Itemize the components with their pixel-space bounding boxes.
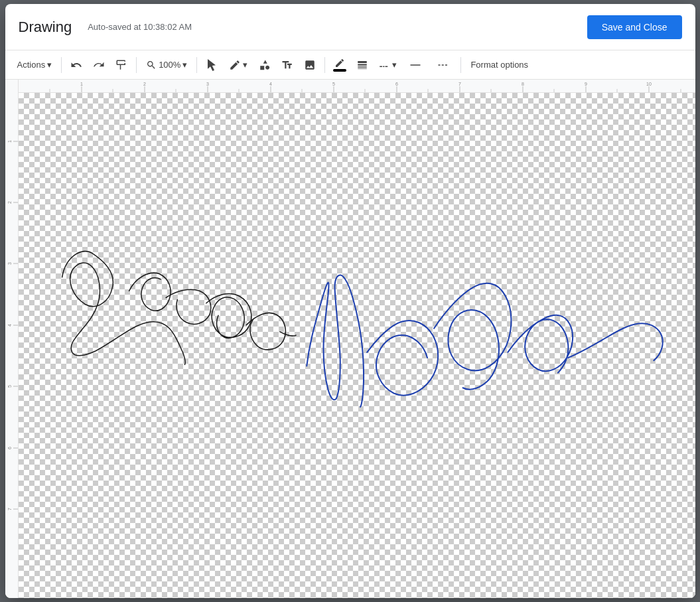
svg-text:2: 2 xyxy=(143,82,146,86)
zoom-icon xyxy=(146,60,157,70)
image-button[interactable] xyxy=(299,54,320,76)
svg-text:1: 1 xyxy=(80,82,83,86)
line-weight-icon xyxy=(356,59,368,71)
left-ruler-svg: 1 2 3 4 5 6 7 xyxy=(5,80,19,598)
solid-line-icon xyxy=(406,59,425,71)
save-and-close-button[interactable]: Save and Close xyxy=(587,15,682,39)
actions-label: Actions xyxy=(17,60,46,70)
dashed-line-button[interactable] xyxy=(430,54,456,76)
zoom-button[interactable]: 100% ▾ xyxy=(141,54,192,76)
format-options-button[interactable]: Format options xyxy=(465,54,533,76)
svg-text:4: 4 xyxy=(269,82,272,86)
line-color-icon xyxy=(334,58,345,68)
svg-text:3: 3 xyxy=(206,82,209,86)
top-ruler: 1 2 3 4 5 6 7 8 9 xyxy=(19,80,695,93)
redo-button[interactable] xyxy=(88,54,109,76)
drawing-dialog: Drawing Auto-saved at 10:38:02 AM Save a… xyxy=(5,4,695,598)
line-dash-button[interactable]: ▾ xyxy=(374,54,401,76)
svg-text:9: 9 xyxy=(585,82,587,86)
svg-text:1: 1 xyxy=(7,140,12,143)
zoom-label: 100% xyxy=(159,60,180,70)
svg-text:5: 5 xyxy=(7,385,12,388)
svg-text:7: 7 xyxy=(7,508,12,510)
text-box-button[interactable] xyxy=(277,54,298,76)
select-cursor-icon xyxy=(206,59,218,71)
separator-4 xyxy=(324,57,325,73)
undo-button[interactable] xyxy=(66,54,87,76)
line-color-swatch xyxy=(333,69,346,72)
actions-chevron-icon: ▾ xyxy=(47,60,52,70)
shapes-button[interactable] xyxy=(254,54,275,76)
svg-text:3: 3 xyxy=(7,262,12,265)
line-dash-chevron: ▾ xyxy=(392,60,397,70)
svg-text:8: 8 xyxy=(522,82,524,86)
drawing-surface[interactable] xyxy=(19,93,695,598)
undo-icon xyxy=(70,59,82,71)
redo-icon xyxy=(93,59,105,71)
actions-menu-button[interactable]: Actions ▾ xyxy=(12,54,58,76)
dialog-title: Drawing xyxy=(19,19,72,36)
paint-format-button[interactable] xyxy=(111,54,132,76)
pen-icon xyxy=(229,59,241,71)
line-tool-button[interactable]: ▾ xyxy=(224,54,253,76)
svg-text:7: 7 xyxy=(458,82,461,86)
svg-text:5: 5 xyxy=(332,82,335,86)
signatures-svg xyxy=(19,93,695,598)
line-weight-button[interactable] xyxy=(352,54,373,76)
top-ruler-svg: 1 2 3 4 5 6 7 8 9 xyxy=(19,80,695,93)
line-dash-icon xyxy=(378,59,390,71)
left-ruler: 1 2 3 4 5 6 7 xyxy=(5,80,19,598)
line-tool-chevron: ▾ xyxy=(243,60,247,70)
autosave-status: Auto-saved at 10:38:02 AM xyxy=(88,22,587,32)
select-tool-button[interactable] xyxy=(201,54,222,76)
canvas-main: 1 2 3 4 5 6 7 8 9 xyxy=(19,80,695,598)
svg-text:4: 4 xyxy=(7,324,12,327)
line-color-button[interactable] xyxy=(329,54,350,76)
svg-text:10: 10 xyxy=(646,82,652,86)
paint-format-icon xyxy=(115,59,127,71)
dashed-line-icon xyxy=(434,59,453,71)
separator-3 xyxy=(196,57,197,73)
text-box-icon xyxy=(281,59,293,71)
canvas-area: 1 2 3 4 5 6 7 1 xyxy=(5,80,695,598)
svg-text:6: 6 xyxy=(7,447,12,449)
shapes-icon xyxy=(259,59,271,71)
solid-line-button[interactable] xyxy=(402,54,429,76)
dialog-header: Drawing Auto-saved at 10:38:02 AM Save a… xyxy=(5,4,695,50)
separator-1 xyxy=(61,57,62,73)
separator-5 xyxy=(460,57,461,73)
separator-2 xyxy=(136,57,137,73)
zoom-chevron-icon: ▾ xyxy=(182,60,187,70)
image-icon xyxy=(304,59,316,71)
drawing-toolbar: Actions ▾ 100% ▾ ▾ xyxy=(5,50,695,80)
svg-text:6: 6 xyxy=(395,82,398,86)
svg-text:2: 2 xyxy=(7,201,12,204)
